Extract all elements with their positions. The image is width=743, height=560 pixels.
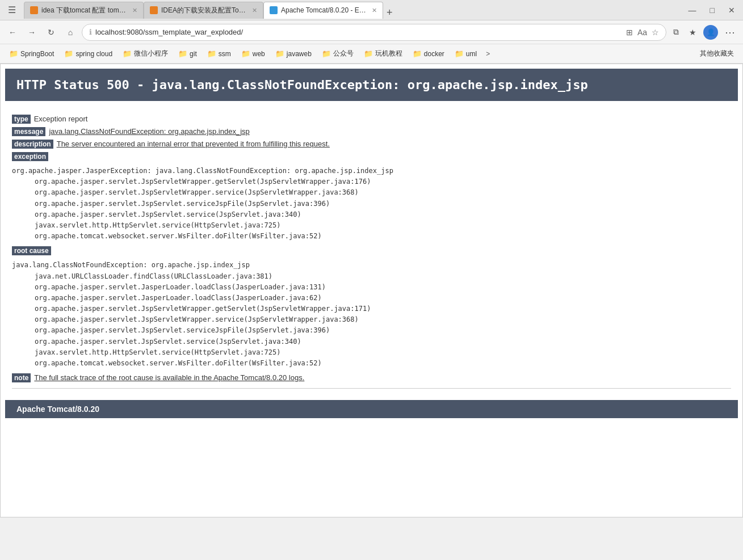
error-exception-field: exception	[12, 152, 731, 161]
tomcat-footer-text: Apache Tomcat/8.0.20	[16, 405, 99, 414]
error-type-field: type Exception report	[12, 115, 731, 124]
stack-line: javax.servlet.http.HttpServlet.service(H…	[35, 220, 731, 231]
error-body: type Exception report message java.lang.…	[1, 106, 742, 400]
stack-trace-2: java.lang.ClassNotFoundException: org.ap…	[12, 260, 731, 369]
folder-icon: 📁	[241, 49, 250, 58]
folder-icon: 📁	[455, 49, 464, 58]
bookmark-wanjijiaocheng[interactable]: 📁 玩机教程	[359, 47, 407, 60]
tab-close-3[interactable]: ✕	[372, 7, 377, 14]
bookmark-gongzhonghao[interactable]: 📁 公众号	[317, 47, 358, 60]
error-message-field: message java.lang.ClassNotFoundException…	[12, 127, 731, 136]
note-label: note	[12, 373, 31, 382]
sidebar-toggle-icon[interactable]: ☰	[5, 3, 19, 16]
stack-line: org.apache.jasper.JasperException: java.…	[12, 166, 731, 176]
favorites-icon[interactable]: ★	[686, 27, 700, 38]
reload-button[interactable]: ↻	[43, 24, 59, 40]
bookmark-label: uml	[466, 50, 477, 58]
folder-icon: 📁	[9, 49, 18, 58]
root-cause-label: root cause	[12, 246, 51, 255]
window-controls-right: — □ ✕	[685, 5, 738, 16]
bookmark-icon[interactable]: ☆	[652, 28, 659, 37]
tab-close-1[interactable]: ✕	[132, 7, 137, 14]
bookmark-uml[interactable]: 📁 uml	[450, 48, 481, 60]
stack-line: org.apache.jasper.servlet.JasperLoader.l…	[35, 293, 731, 304]
address-bar-icons: ⊞ Aa ☆	[626, 28, 659, 37]
bookmark-label: javaweb	[287, 50, 312, 58]
browser-tab-3[interactable]: Apache Tomcat/8.0.20 - Error re... ✕	[263, 2, 383, 19]
folder-icon: 📁	[207, 49, 216, 58]
close-button[interactable]: ✕	[725, 5, 738, 16]
stack-trace-1: org.apache.jasper.JasperException: java.…	[12, 166, 731, 242]
url-input[interactable]	[95, 28, 623, 36]
bookmark-label: git	[190, 50, 197, 58]
bookmark-docker[interactable]: 📁 docker	[408, 48, 449, 60]
collections-icon[interactable]: ⧉	[670, 26, 682, 38]
stack-line: org.apache.jasper.servlet.JspServlet.ser…	[35, 199, 731, 209]
forward-button[interactable]: →	[24, 24, 40, 40]
message-label: message	[12, 127, 45, 136]
bookmark-springboot[interactable]: 📁 SpringBoot	[5, 48, 58, 60]
tab-close-2[interactable]: ✕	[252, 7, 257, 14]
title-bar: ☰ idea 下载tomcat 配置 tomcat 图... ✕ IDEA的下载…	[0, 0, 743, 20]
bookmark-ssm[interactable]: 📁 ssm	[203, 48, 236, 60]
bookmark-javaweb[interactable]: 📁 javaweb	[271, 48, 316, 60]
stack-line: org.apache.jasper.servlet.JspServletWrap…	[35, 314, 731, 325]
stack-line: org.apache.jasper.servlet.JspServlet.ser…	[35, 336, 731, 347]
stack-line: org.apache.jasper.servlet.JspServletWrap…	[35, 304, 731, 314]
bookmark-git[interactable]: 📁 git	[174, 48, 202, 60]
tab-favicon-1	[30, 6, 38, 14]
type-value: Exception report	[34, 115, 88, 123]
type-label: type	[12, 115, 31, 124]
minimize-button[interactable]: —	[685, 5, 700, 16]
folder-icon: 📁	[364, 49, 373, 58]
home-button[interactable]: ⌂	[62, 24, 78, 40]
address-bar[interactable]: ℹ ⊞ Aa ☆	[82, 24, 666, 41]
bookmark-weixin[interactable]: 📁 微信小程序	[118, 47, 173, 60]
translate-icon[interactable]: Aa	[637, 28, 647, 37]
folder-icon: 📁	[275, 49, 284, 58]
bookmarks-more-button[interactable]: >	[482, 48, 493, 60]
tab-label-1: idea 下载tomcat 配置 tomcat 图...	[41, 6, 127, 15]
error-description-field: description The server encountered an in…	[12, 140, 731, 149]
description-value: The server encountered an internal error…	[57, 140, 330, 148]
folder-icon: 📁	[413, 49, 422, 58]
profile-icon[interactable]: 👤	[703, 25, 718, 40]
note-value: The full stack trace of the root cause i…	[34, 373, 304, 382]
stack-line: org.apache.jasper.servlet.JspServlet.ser…	[35, 325, 731, 336]
nav-bar: ← → ↻ ⌂ ℹ ⊞ Aa ☆ ⧉ ★ 👤 ⋯	[0, 20, 743, 44]
bookmark-label: web	[253, 50, 265, 58]
stack-line: org.apache.jasper.servlet.JasperLoader.l…	[35, 282, 731, 293]
tab-label-2: IDEA的下载安装及配置Tomcat_#...	[161, 6, 246, 15]
stack-line: org.apache.tomcat.websocket.server.WsFil…	[35, 358, 731, 369]
browser-tabs: idea 下载tomcat 配置 tomcat 图... ✕ IDEA的下载安装…	[24, 2, 681, 19]
folder-icon: 📁	[123, 49, 132, 58]
bookmarks-other[interactable]: 其他收藏夹	[695, 47, 738, 60]
menu-icon[interactable]: ⋯	[721, 25, 738, 40]
stack-line: org.apache.tomcat.websocket.server.WsFil…	[35, 231, 731, 242]
message-value: java.lang.ClassNotFoundException: org.ap…	[49, 127, 249, 136]
divider	[12, 388, 731, 389]
stack-line: javax.servlet.http.HttpServlet.service(H…	[35, 347, 731, 358]
bookmarks-bar: 📁 SpringBoot 📁 spring cloud 📁 微信小程序 📁 gi…	[0, 44, 743, 64]
bookmark-label: 公众号	[333, 49, 354, 58]
stack-line: org.apache.jasper.servlet.JspServletWrap…	[35, 187, 731, 198]
back-button[interactable]: ←	[5, 24, 20, 40]
bookmark-web[interactable]: 📁 web	[237, 48, 270, 60]
browser-tab-1[interactable]: idea 下载tomcat 配置 tomcat 图... ✕	[24, 2, 144, 19]
root-cause-field: root cause	[12, 246, 731, 255]
stack-line: java.lang.ClassNotFoundException: org.ap…	[12, 260, 731, 271]
bookmark-spring-cloud[interactable]: 📁 spring cloud	[60, 48, 117, 60]
maximize-button[interactable]: □	[707, 5, 718, 16]
note-field: note The full stack trace of the root ca…	[12, 373, 731, 382]
browser-tab-2[interactable]: IDEA的下载安装及配置Tomcat_#... ✕	[144, 2, 263, 19]
folder-icon: 📁	[178, 49, 187, 58]
new-tab-button[interactable]: +	[383, 7, 396, 19]
reader-icon[interactable]: ⊞	[626, 28, 633, 37]
bookmark-label: spring cloud	[75, 50, 112, 58]
page-content: HTTP Status 500 - java.lang.ClassNotFoun…	[0, 64, 743, 517]
error-header: HTTP Status 500 - java.lang.ClassNotFoun…	[5, 69, 738, 101]
tab-favicon-3	[270, 6, 278, 14]
exception-label: exception	[12, 152, 48, 161]
bookmark-label: ssm	[219, 50, 231, 58]
nav-extra-icons: ⧉ ★ 👤 ⋯	[670, 25, 738, 40]
